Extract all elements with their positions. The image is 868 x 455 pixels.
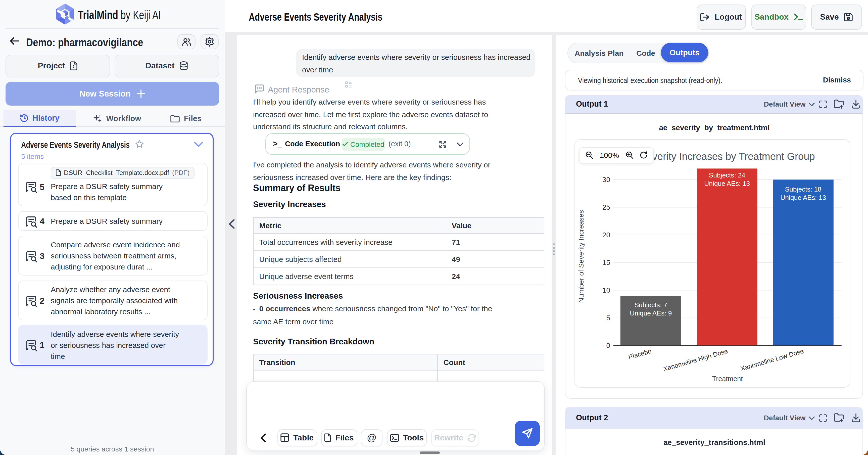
svg-text:Subjects: 24: Subjects: 24 xyxy=(709,172,745,179)
svg-text:Unique AEs: 13: Unique AEs: 13 xyxy=(704,180,750,187)
svg-text:20: 20 xyxy=(602,231,610,239)
svg-text:25: 25 xyxy=(602,204,610,211)
svg-text:15: 15 xyxy=(602,259,610,267)
svg-text:30: 30 xyxy=(602,176,610,184)
svg-text:Treatment: Treatment xyxy=(712,375,743,383)
svg-text:0: 0 xyxy=(606,342,610,350)
svg-text:Xanomeline Low Dose: Xanomeline Low Dose xyxy=(739,347,804,373)
svg-text:Severity Increases by Treatmen: Severity Increases by Treatment Group xyxy=(640,151,815,162)
svg-text:Subjects: 7: Subjects: 7 xyxy=(634,301,667,309)
svg-text:Unique AEs: 9: Unique AEs: 9 xyxy=(629,309,672,317)
svg-text:Subjects: 18: Subjects: 18 xyxy=(785,185,821,193)
svg-text:Placebo: Placebo xyxy=(627,347,652,361)
svg-text:Xanomeline High Dose: Xanomeline High Dose xyxy=(662,347,728,373)
svg-text:Unique AEs: 13: Unique AEs: 13 xyxy=(780,194,826,201)
svg-text:5: 5 xyxy=(606,314,610,322)
svg-text:10: 10 xyxy=(602,286,610,294)
svg-text:Number of Severity Increases: Number of Severity Increases xyxy=(577,210,585,303)
